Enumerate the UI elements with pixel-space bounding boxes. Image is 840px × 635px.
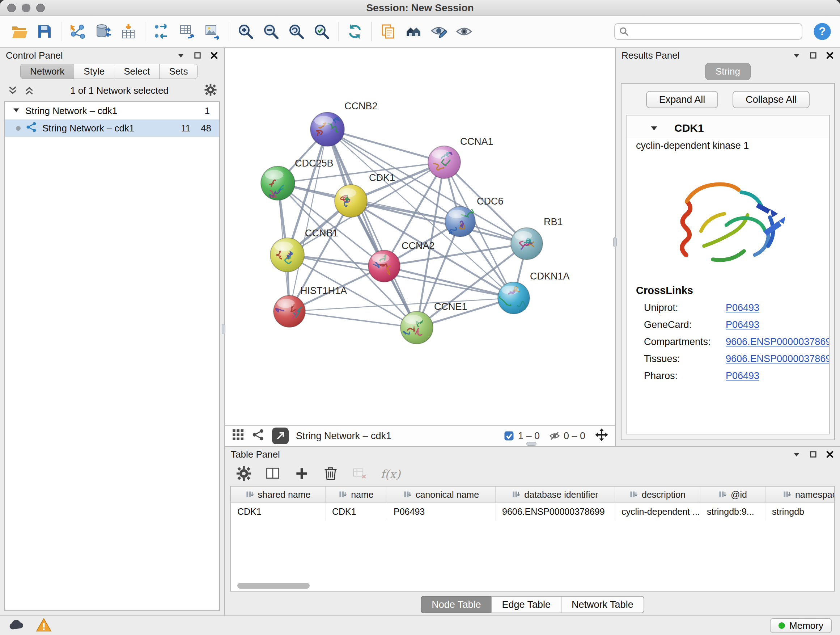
network-collection-row[interactable]: String Network – cdk1 1 [5, 102, 219, 119]
maximize-window-button[interactable] [36, 4, 45, 12]
tab-style[interactable]: Style [74, 64, 114, 79]
panel-float-icon[interactable] [809, 450, 818, 459]
tree-expand-toggle[interactable] [12, 105, 20, 117]
panel-close-icon[interactable] [210, 51, 218, 60]
database-icon [95, 23, 112, 40]
left-splitter-handle[interactable] [222, 324, 225, 334]
control-panel-title: Control Panel [6, 50, 63, 61]
copy-document-button[interactable] [377, 19, 399, 44]
search-input[interactable] [614, 23, 802, 40]
import-table-button[interactable] [117, 19, 140, 44]
crosslink-link[interactable]: 9606.ENSP00000378699 [726, 353, 830, 364]
panel-close-icon[interactable] [826, 450, 834, 459]
bottom-splitter-handle[interactable] [526, 442, 537, 446]
expand-all-button[interactable]: Expand All [646, 91, 718, 108]
table-cell[interactable]: CDK1 [325, 503, 387, 520]
refresh-button[interactable] [344, 19, 366, 44]
column-header[interactable]: shared name [231, 486, 325, 502]
function-builder-button[interactable]: f(x) [381, 467, 401, 481]
trash-icon [323, 466, 339, 481]
annotation-mode-button[interactable] [428, 19, 450, 44]
title-bar: Session: New Session [0, 0, 840, 16]
selected-checkbox-icon[interactable] [504, 431, 515, 441]
tab-edge-table[interactable]: Edge Table [491, 596, 561, 613]
tab-network[interactable]: Network [20, 64, 74, 79]
table-row[interactable]: CDK1 CDK1 P06493 9606.ENSP00000378699 cy… [231, 503, 834, 520]
tab-string[interactable]: String [705, 63, 751, 80]
eye-slash-icon[interactable] [549, 431, 560, 441]
delete-column-button[interactable] [323, 466, 339, 483]
zoom-out-button[interactable] [260, 19, 282, 44]
memory-label: Memory [789, 620, 823, 631]
pan-mode-button[interactable] [595, 428, 608, 444]
new-network-button[interactable] [150, 19, 173, 44]
zoom-selected-button[interactable] [310, 19, 333, 44]
table-cell[interactable]: stringdb [766, 503, 835, 520]
cloud-status-button[interactable] [8, 618, 25, 633]
network-overview-button[interactable] [252, 428, 265, 444]
triangle-down-icon [12, 106, 20, 114]
table-cell[interactable]: cyclin-dependent ... [615, 503, 700, 520]
minimize-window-button[interactable] [22, 4, 30, 12]
table-cell[interactable]: CDK1 [231, 503, 325, 520]
horizontal-scrollbar[interactable] [237, 583, 309, 589]
table-settings-button[interactable] [236, 466, 252, 483]
column-header[interactable]: description [615, 486, 700, 502]
crosslink-link[interactable]: 9606.ENSP00000378699 [726, 336, 830, 348]
open-session-button[interactable] [8, 19, 30, 44]
table-cell[interactable]: 9606.ENSP00000378699 [496, 503, 615, 520]
tab-network-table[interactable]: Network Table [561, 596, 644, 613]
panel-float-icon[interactable] [193, 51, 202, 60]
clear-table-button[interactable] [352, 466, 368, 483]
table-cell[interactable]: stringdb:9... [700, 503, 766, 520]
svg-text:CDC25B: CDC25B [295, 158, 333, 169]
export-table-button[interactable] [176, 19, 198, 44]
double-chevron-up-icon[interactable] [24, 85, 35, 96]
panel-collapse-icon[interactable] [177, 51, 185, 60]
panel-close-icon[interactable] [826, 51, 834, 60]
panel-collapse-icon[interactable] [792, 450, 801, 459]
double-chevron-down-icon[interactable] [7, 85, 18, 96]
column-header[interactable]: @id [700, 486, 766, 502]
tab-select[interactable]: Select [114, 64, 159, 79]
grid-view-button[interactable] [232, 428, 245, 444]
right-splitter-handle[interactable] [613, 237, 617, 247]
help-button[interactable]: ? [813, 22, 832, 41]
zoom-in-button[interactable] [234, 19, 257, 44]
close-window-button[interactable] [7, 4, 16, 12]
protein-collapse-toggle[interactable] [650, 124, 658, 133]
crosslink-link[interactable]: P06493 [726, 302, 759, 314]
column-header[interactable]: canonical name [387, 486, 496, 502]
sort-column-icon [246, 490, 254, 499]
column-header[interactable]: namespace [766, 486, 835, 502]
eye-pencil-icon [430, 23, 447, 40]
show-graphics-button[interactable] [453, 19, 475, 44]
network-options-button[interactable] [204, 83, 217, 98]
home-view-button[interactable] [402, 19, 425, 44]
import-network-button[interactable] [66, 19, 89, 44]
column-header[interactable]: database identifier [496, 486, 615, 502]
manage-columns-button[interactable] [265, 466, 281, 483]
export-image-button[interactable] [201, 19, 224, 44]
memory-button[interactable]: Memory [770, 618, 832, 633]
collapse-all-button[interactable]: Collapse All [733, 91, 810, 108]
zoom-fit-button[interactable] [285, 19, 308, 44]
tab-sets[interactable]: Sets [159, 64, 197, 79]
detach-view-button[interactable] [272, 428, 289, 444]
import-database-button[interactable] [92, 19, 114, 44]
tab-node-table[interactable]: Node Table [421, 596, 492, 613]
panel-collapse-icon[interactable] [792, 51, 801, 60]
main-toolbar: ? [0, 16, 840, 48]
network-graph[interactable]: CCNB2CCNA1CDC25BCDK1CDC6RB1CCNB1CCNA2CDK… [225, 48, 615, 425]
table-cell[interactable]: P06493 [387, 503, 496, 520]
table-panel-header: Table Panel [225, 447, 840, 462]
network-canvas[interactable]: CCNB2CCNA1CDC25BCDK1CDC6RB1CCNB1CCNA2CDK… [225, 48, 615, 425]
warnings-button[interactable] [35, 618, 52, 633]
crosslink-link[interactable]: P06493 [726, 371, 759, 382]
crosslink-link[interactable]: P06493 [726, 319, 759, 331]
panel-float-icon[interactable] [809, 51, 818, 60]
column-header[interactable]: name [325, 486, 387, 502]
create-column-button[interactable] [294, 466, 309, 483]
network-row-selected[interactable]: String Network – cdk1 11 48 [5, 119, 219, 137]
save-session-button[interactable] [33, 19, 56, 44]
